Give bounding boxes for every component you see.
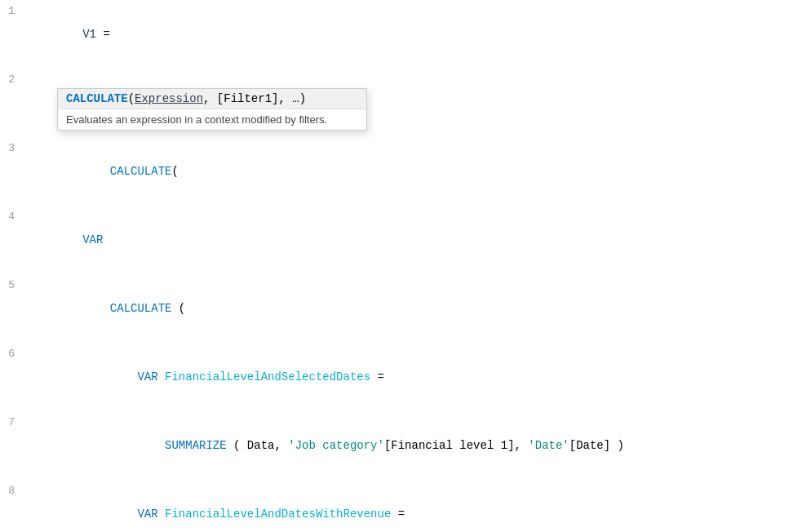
line-num-2: 2: [0, 69, 24, 91]
token: SUMMARIZE: [82, 439, 226, 452]
code-area: 1 V1 = 2 VAR FinancialLevelInFilterConte…: [0, 0, 793, 532]
line-content-3[interactable]: CALCULATE(: [24, 137, 793, 206]
line-num-3: 3: [0, 137, 24, 160]
token: FinancialLevelAndDatesWithRevenue: [165, 508, 391, 521]
line-content-7[interactable]: SUMMARIZE ( Data, 'Job category'[Financi…: [24, 411, 793, 480]
code-line-7: 7 SUMMARIZE ( Data, 'Job category'[Finan…: [0, 411, 793, 480]
code-line-6: 6 VAR FinancialLevelAndSelectedDates =: [0, 343, 793, 411]
fn-name: CALCULATE: [66, 92, 128, 105]
token: (: [128, 92, 135, 105]
line-num-1: 1: [0, 0, 24, 23]
token: [Date] ): [569, 439, 624, 452]
token: V1: [82, 28, 96, 41]
token: VAR: [82, 370, 157, 383]
line-content-1[interactable]: V1 =: [24, 0, 793, 69]
token: =: [370, 370, 384, 383]
token: =: [391, 508, 405, 521]
token: [158, 370, 165, 383]
token: VAR: [82, 233, 103, 246]
token: =: [96, 28, 110, 41]
line-content-5[interactable]: CALCULATE (: [24, 274, 793, 343]
token: , [Filter1], …): [203, 92, 306, 105]
token: (: [171, 302, 185, 315]
autocomplete-popup[interactable]: CALCULATE(Expression, [Filter1], …) Eval…: [57, 88, 367, 131]
token: 'Job category': [288, 439, 384, 452]
autocomplete-item: CALCULATE(Expression, [Filter1], …): [58, 89, 366, 109]
line-num-7: 7: [0, 411, 24, 434]
code-line-8: 8 VAR FinancialLevelAndDatesWithRevenue …: [0, 480, 793, 532]
code-line-4: 4 VAR: [0, 206, 793, 274]
code-line-5: 5 CALCULATE (: [0, 274, 793, 343]
line-content-4[interactable]: VAR: [24, 206, 793, 274]
code-line-1: 1 V1 =: [0, 0, 793, 69]
token: [Financial level 1],: [384, 439, 528, 452]
code-line-3: 3 CALCULATE(: [0, 137, 793, 206]
token: ( Data,: [227, 439, 289, 452]
token: [158, 508, 165, 521]
token: (: [171, 165, 178, 178]
token: CALCULATE: [82, 302, 171, 315]
line-content-6[interactable]: VAR FinancialLevelAndSelectedDates =: [24, 343, 793, 411]
line-num-4: 4: [0, 206, 24, 228]
autocomplete-desc: Evaluates an expression in a context mod…: [58, 109, 366, 130]
line-num-8: 8: [0, 480, 24, 503]
token: 'Date': [528, 439, 569, 452]
line-num-5: 5: [0, 274, 24, 297]
line-content-8[interactable]: VAR FinancialLevelAndDatesWithRevenue =: [24, 480, 793, 532]
token: VAR: [82, 508, 157, 521]
token: FinancialLevelAndSelectedDates: [165, 370, 370, 383]
token: CALCULATE: [82, 165, 171, 178]
editor-container: 1 V1 = 2 VAR FinancialLevelInFilterConte…: [0, 0, 793, 532]
line-num-6: 6: [0, 343, 24, 366]
param: Expression: [135, 92, 203, 105]
